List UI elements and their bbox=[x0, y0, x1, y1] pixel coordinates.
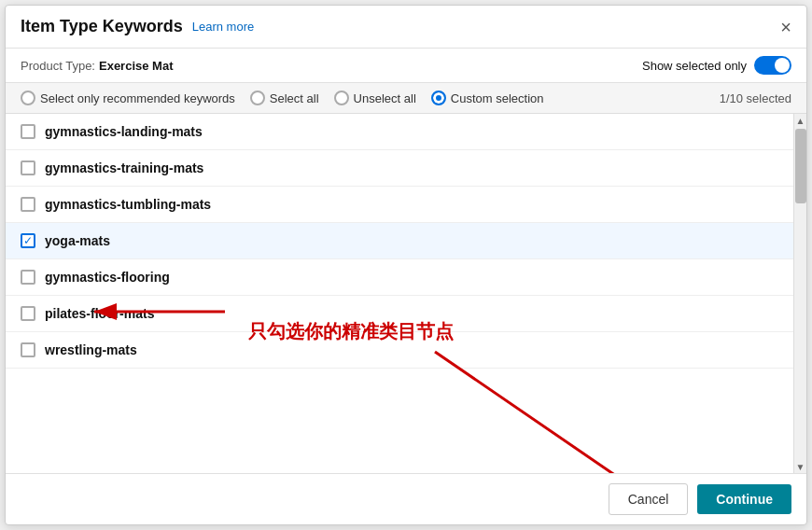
cancel-button[interactable]: Cancel bbox=[609, 483, 689, 515]
list-item[interactable]: pilates-floor-mats bbox=[6, 296, 793, 332]
radio-unselect-all[interactable]: Unselect all bbox=[334, 91, 416, 105]
show-selected-only-toggle[interactable] bbox=[754, 56, 791, 75]
item-label-gymnastics-landing-mats: gymnastics-landing-mats bbox=[45, 124, 203, 139]
learn-more-link[interactable]: Learn more bbox=[192, 20, 254, 34]
list-container: gymnastics-landing-matsgymnastics-traini… bbox=[6, 114, 806, 473]
show-selected-only-container: Show selected only bbox=[642, 56, 791, 75]
radio-unselect-all-label: Unselect all bbox=[354, 91, 416, 105]
selection-count: 1/10 selected bbox=[720, 91, 791, 105]
item-label-gymnastics-tumbling-mats: gymnastics-tumbling-mats bbox=[45, 197, 211, 212]
item-label-pilates-floor-mats: pilates-floor-mats bbox=[45, 306, 154, 321]
checkbox-wrestling-mats[interactable] bbox=[21, 342, 35, 357]
radio-select-all[interactable]: Select all bbox=[250, 91, 319, 105]
modal-subheader: Product Type: Exercise Mat Show selected… bbox=[6, 49, 806, 83]
product-type-label: Product Type: bbox=[21, 59, 95, 73]
list-item[interactable]: gymnastics-flooring bbox=[6, 259, 793, 296]
radio-custom[interactable]: Custom selection bbox=[431, 91, 544, 105]
list-item[interactable]: wrestling-mats bbox=[6, 332, 793, 369]
checkbox-gymnastics-training-mats[interactable] bbox=[21, 160, 35, 175]
item-type-keywords-modal: Item Type Keywords Learn more × Product … bbox=[5, 5, 807, 525]
close-button[interactable]: × bbox=[780, 18, 791, 36]
radio-circle-unselect-all bbox=[334, 91, 349, 105]
list-item[interactable]: gymnastics-training-mats bbox=[6, 150, 793, 187]
item-label-wrestling-mats: wrestling-mats bbox=[45, 342, 137, 357]
list-scroll[interactable]: gymnastics-landing-matsgymnastics-traini… bbox=[6, 114, 793, 473]
modal-title: Item Type Keywords bbox=[21, 17, 183, 36]
item-label-gymnastics-training-mats: gymnastics-training-mats bbox=[45, 160, 203, 175]
checkbox-yoga-mats[interactable]: ✓ bbox=[21, 233, 35, 248]
radio-circle-recommended bbox=[21, 91, 35, 105]
show-selected-only-label: Show selected only bbox=[642, 59, 747, 73]
scrollbar-track: ▲ ▼ bbox=[793, 114, 806, 473]
scrollbar-thumb[interactable] bbox=[795, 129, 806, 203]
checkbox-gymnastics-landing-mats[interactable] bbox=[21, 124, 35, 139]
list-item[interactable]: ✓yoga-mats bbox=[6, 223, 793, 259]
modal-footer: Cancel Continue bbox=[6, 473, 806, 524]
radio-custom-label: Custom selection bbox=[451, 91, 544, 105]
continue-button[interactable]: Continue bbox=[697, 484, 791, 514]
selection-bar: Select only recommended keywords Select … bbox=[6, 83, 806, 114]
list-item[interactable]: gymnastics-tumbling-mats bbox=[6, 187, 793, 223]
list-item[interactable]: gymnastics-landing-mats bbox=[6, 114, 793, 150]
radio-circle-custom bbox=[431, 91, 446, 105]
radio-recommended-label: Select only recommended keywords bbox=[40, 91, 235, 105]
checkbox-pilates-floor-mats[interactable] bbox=[21, 306, 35, 321]
radio-select-all-label: Select all bbox=[270, 91, 319, 105]
scroll-down-arrow[interactable]: ▼ bbox=[794, 460, 807, 473]
item-label-yoga-mats: yoga-mats bbox=[45, 233, 110, 248]
checkbox-gymnastics-tumbling-mats[interactable] bbox=[21, 197, 35, 212]
product-type-value: Exercise Mat bbox=[99, 59, 174, 73]
radio-circle-select-all bbox=[250, 91, 265, 105]
radio-recommended[interactable]: Select only recommended keywords bbox=[21, 91, 235, 105]
scroll-up-arrow[interactable]: ▲ bbox=[794, 114, 807, 127]
modal-header: Item Type Keywords Learn more × bbox=[6, 6, 806, 49]
item-label-gymnastics-flooring: gymnastics-flooring bbox=[45, 270, 170, 285]
checkbox-gymnastics-flooring[interactable] bbox=[21, 270, 35, 285]
